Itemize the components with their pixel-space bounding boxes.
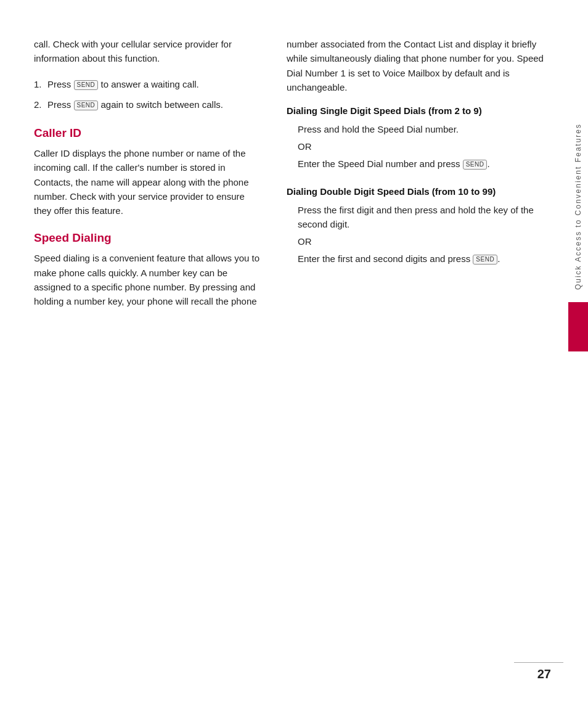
item-1-number: 1. (34, 77, 47, 91)
caller-id-section: Caller ID Caller ID displays the phone n… (34, 126, 262, 218)
double-digit-heading: Dialing Double Digit Speed Dials (from 1… (287, 185, 554, 198)
send-key-2: SEND (74, 101, 99, 110)
speed-dialing-section: Speed Dialing Speed dialing is a conveni… (34, 231, 262, 308)
sidebar-tab-bar (568, 302, 588, 351)
double-digit-or: OR (298, 236, 554, 247)
double-digit-item2-after: . (497, 253, 500, 264)
single-digit-item2: Enter the Speed Dial number and press SE… (287, 157, 554, 171)
single-digit-item2-before: Enter the Speed Dial number and press (298, 158, 460, 169)
page-container: call. Check with your cellular service p… (0, 0, 588, 706)
speed-dialing-heading: Speed Dialing (34, 231, 262, 245)
single-digit-heading: Dialing Single Digit Speed Dials (from 2… (287, 104, 554, 117)
left-column: call. Check with your cellular service p… (34, 37, 262, 319)
double-digit-item2-before: Enter the first and second digits and pr… (298, 253, 470, 264)
sidebar-tab-text: Quick Access to Convenient Features (573, 123, 584, 296)
list-item-1: 1. Press SEND to answer a waiting call. (34, 77, 262, 91)
numbered-list: 1. Press SEND to answer a waiting call. … (34, 77, 262, 112)
single-digit-item2-after: . (487, 158, 489, 169)
right-column: number associated from the Contact List … (287, 37, 554, 319)
sidebar-tab: Quick Access to Convenient Features (568, 123, 588, 419)
double-digit-section: Dialing Double Digit Speed Dials (from 1… (287, 185, 554, 266)
caller-id-heading: Caller ID (34, 126, 262, 140)
single-digit-section: Dialing Single Digit Speed Dials (from 2… (287, 104, 554, 171)
double-digit-item2: Enter the first and second digits and pr… (287, 252, 554, 266)
list-item-2: 2. Press SEND again to switch between ca… (34, 97, 262, 112)
send-key-double: SEND (473, 255, 497, 265)
single-digit-item1: Press and hold the Speed Dial number. (287, 122, 554, 136)
double-digit-item1: Press the first digit and then press and… (287, 203, 554, 232)
left-intro: call. Check with your cellular service p… (34, 37, 262, 66)
item-2-content: Press SEND again to switch between calls… (47, 97, 262, 112)
send-key-single: SEND (463, 160, 488, 170)
speed-dialing-body: Speed dialing is a convenient feature th… (34, 251, 262, 308)
two-column-layout: call. Check with your cellular service p… (0, 37, 588, 319)
right-intro: number associated from the Contact List … (287, 37, 554, 94)
page-divider (514, 662, 563, 663)
caller-id-body: Caller ID displays the phone number or n… (34, 146, 262, 218)
item-1-content: Press SEND to answer a waiting call. (47, 77, 262, 91)
item-2-number: 2. (34, 97, 47, 112)
page-number: 27 (537, 667, 551, 681)
send-key-1: SEND (74, 80, 99, 90)
single-digit-or: OR (298, 141, 554, 152)
